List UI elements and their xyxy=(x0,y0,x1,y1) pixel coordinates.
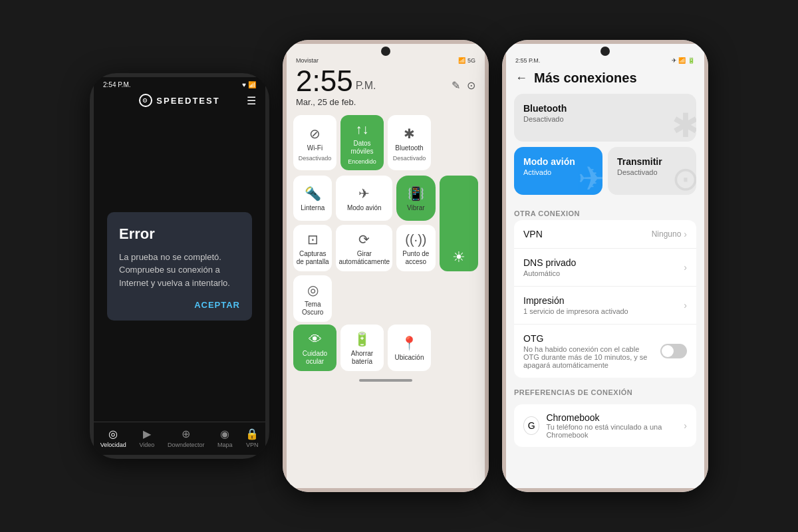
tile-avion[interactable]: ✈ Modo avión xyxy=(336,176,392,221)
accept-button[interactable]: ACEPTAR xyxy=(194,300,240,310)
bluetooth-sub: Desactivado xyxy=(393,155,426,162)
chromebook-texts: Chromebook Tu teléfono no está vinculado… xyxy=(546,412,684,439)
nav-downdetector-label: Downdetector xyxy=(168,442,205,448)
error-title: Error xyxy=(119,225,240,243)
home-bar xyxy=(359,379,412,382)
otg-toggle[interactable] xyxy=(660,344,687,358)
edit-icon: ✎ xyxy=(452,79,460,92)
wifi-icon: ⊘ xyxy=(309,126,321,142)
preferencias-list: G Chromebook Tu teléfono no está vincula… xyxy=(506,404,704,447)
linterna-label: Linterna xyxy=(301,204,325,212)
chromebook-title: Chromebook xyxy=(546,412,684,423)
nav-velocidad[interactable]: ◎ Velocidad xyxy=(100,428,126,448)
google-icon: G xyxy=(523,416,539,435)
tile-capturas[interactable]: ⊡ Capturas de pantalla xyxy=(293,225,332,271)
list-item-dns[interactable]: DNS privado Automático › xyxy=(514,249,696,287)
otra-conexion-label: OTRA CONEXION xyxy=(506,204,704,220)
nav-video-label: Video xyxy=(139,442,154,448)
impresion-chevron: › xyxy=(684,300,687,311)
ubicacion-label: Ubicación xyxy=(395,354,424,362)
bluetooth-bg-icon: ✱ xyxy=(672,106,696,142)
list-item-otg[interactable]: OTG No ha habido conexión con el cable O… xyxy=(514,325,696,378)
phone2-status-icons: 📶 5G xyxy=(458,57,475,64)
chromebook-item[interactable]: G Chromebook Tu teléfono no está vincula… xyxy=(514,404,696,447)
tile-modo-avion[interactable]: Modo avión Activado ✈ xyxy=(514,147,602,195)
phone2-home-indicator xyxy=(287,374,485,384)
acceso-label: Punto de acceso xyxy=(399,250,432,266)
list-item-impresion[interactable]: Impresión 1 servicio de impresora activa… xyxy=(514,287,696,325)
video-icon: ▶ xyxy=(143,428,151,440)
tile-acceso[interactable]: ((·)) Punto de acceso xyxy=(396,225,435,271)
bluetooth-icon: ✱ xyxy=(404,126,415,142)
back-arrow[interactable]: ← xyxy=(515,71,527,85)
otg-toggle-knob xyxy=(662,345,674,357)
nav-downdetector[interactable]: ⊕ Downdetector xyxy=(168,428,205,448)
preferencias-label: PREFERENCIAS DE CONEXIÓN xyxy=(506,383,704,399)
page-title: Más conexiones xyxy=(534,70,637,86)
vpn-right: Ninguno › xyxy=(652,229,687,239)
quick-tiles-combined: 🔦 Linterna ✈ Modo avión 📳 Vibrar ☀ ⊡ Cap… xyxy=(287,173,485,325)
phone2-time-icons: ✎ ⊙ xyxy=(452,79,475,92)
mapa-icon: ◉ xyxy=(220,428,229,440)
error-card: Error La prueba no se completó. Comprueb… xyxy=(107,212,252,321)
phone1-content: Error La prueba no se completó. Comprueb… xyxy=(94,111,265,422)
tile-ubicacion[interactable]: 📍 Ubicación xyxy=(388,325,431,371)
vpn-title: VPN xyxy=(523,229,543,239)
tile-bluetooth[interactable]: ✱ Bluetooth Desactivado xyxy=(388,115,431,170)
tile-brightness[interactable]: ☀ xyxy=(440,176,478,271)
vpn-value: Ninguno xyxy=(652,229,682,239)
cuidado-label: Cuidado ocular xyxy=(296,350,334,366)
speedtest-logo-text: SPEEDTEST xyxy=(156,96,219,106)
avion-bg-icon: ✈ xyxy=(578,160,602,195)
phone-1: 2:54 P.M. ♥ 📶 ⊙ SPEEDTEST ☰ Error La pru… xyxy=(90,73,269,459)
tile-bateria[interactable]: 🔋 Ahorrar batería xyxy=(340,325,384,371)
phone3-status-icons: ✈ 📶 🔋 xyxy=(672,57,695,64)
dns-sub: Automático xyxy=(523,269,576,277)
phone-3: 2:55 P.M. ✈ 📶 🔋 ← Más conexiones Bluetoo… xyxy=(502,40,708,492)
nav-mapa-label: Mapa xyxy=(217,442,233,448)
tile-cuidado[interactable]: 👁 Cuidado ocular xyxy=(293,325,336,371)
tema-label: Tema Oscuro xyxy=(296,301,329,317)
phone1-status-bar: 2:54 P.M. ♥ 📶 xyxy=(94,77,265,90)
nav-mapa[interactable]: ◉ Mapa xyxy=(217,428,233,448)
error-message: La prueba no se completó. Compruebe su c… xyxy=(119,251,240,290)
ubicacion-icon: 📍 xyxy=(401,335,418,351)
phone3-header: ← Más conexiones xyxy=(506,64,704,90)
vpn-icon: 🔒 xyxy=(245,428,259,440)
hamburger-menu[interactable]: ☰ xyxy=(247,94,256,107)
velocidad-icon: ◎ xyxy=(108,428,118,440)
phone2-shell: Movistar 📶 5G 2:55 P.M. ✎ ⊙ Mar., 25 de … xyxy=(283,40,489,492)
phone1-status-icons: ♥ 📶 xyxy=(242,81,256,88)
avion-icon: ✈ xyxy=(358,186,370,201)
otra-conexion-list: VPN Ninguno › DNS privado Automático › I… xyxy=(506,220,704,378)
otg-left: OTG No ha habido conexión con el cable O… xyxy=(523,333,660,369)
tile-transmitir[interactable]: Transmitir Desactivado ⊙ xyxy=(608,147,696,195)
tile-wifi[interactable]: ⊘ Wi-Fi Desactivado xyxy=(293,115,336,170)
quick-tiles-row4: 👁 Cuidado ocular 🔋 Ahorrar batería 📍 Ubi… xyxy=(287,325,485,374)
tema-icon: ◎ xyxy=(307,282,319,298)
phone3-notch-area xyxy=(506,44,704,56)
cuidado-icon: 👁 xyxy=(309,332,322,347)
tile-girar[interactable]: ⟳ Girar automáticamente xyxy=(336,225,392,271)
phone2-time: 2:55 xyxy=(296,66,353,96)
phone2-date: Mar., 25 de feb. xyxy=(287,97,485,112)
tile-tema[interactable]: ◎ Tema Oscuro xyxy=(293,275,332,322)
linterna-icon: 🔦 xyxy=(305,186,321,201)
downdetector-icon: ⊕ xyxy=(182,428,190,440)
phone1-header: ⊙ SPEEDTEST ☰ xyxy=(94,90,265,111)
list-item-vpn[interactable]: VPN Ninguno › xyxy=(514,220,696,249)
phone2-time-area: 2:55 P.M. ✎ ⊙ xyxy=(287,64,485,97)
tile-datos[interactable]: ↑↓ Datos móviles Encendido xyxy=(340,115,384,170)
tile-vibrar[interactable]: 📳 Vibrar xyxy=(396,176,435,221)
tile-bluetooth-settings[interactable]: Bluetooth Desactivado ✱ xyxy=(514,94,696,142)
wifi-sub: Desactivado xyxy=(299,155,332,162)
datos-icon: ↑↓ xyxy=(356,122,369,137)
bluetooth-label: Bluetooth xyxy=(395,144,423,152)
nav-velocidad-label: Velocidad xyxy=(100,442,126,448)
nav-vpn[interactable]: 🔒 VPN xyxy=(245,428,259,448)
transmitir-bg-icon: ⊙ xyxy=(672,160,696,195)
phone2-notch-area xyxy=(287,44,485,56)
datos-label: Datos móviles xyxy=(343,140,381,156)
nav-video[interactable]: ▶ Video xyxy=(139,428,154,448)
tile-linterna[interactable]: 🔦 Linterna xyxy=(293,176,332,221)
